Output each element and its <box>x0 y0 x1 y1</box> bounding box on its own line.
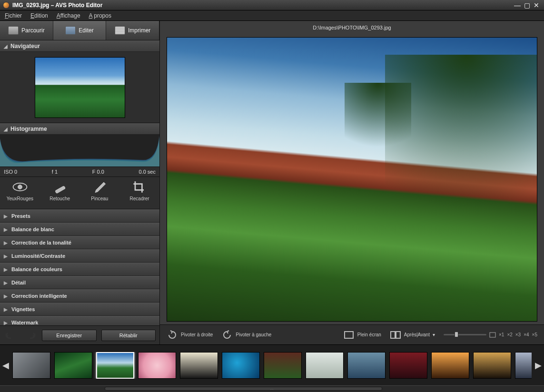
redo-icon <box>24 332 36 339</box>
histo-iso: ISO 0 <box>4 169 17 175</box>
filmstrip-prev[interactable]: ◀ <box>2 351 10 380</box>
histo-f: f 1 <box>52 169 58 175</box>
section-navigator-header[interactable]: ◢ Navigateur <box>0 40 159 52</box>
filmstrip-thumb[interactable] <box>473 352 511 379</box>
zoom-x1[interactable]: ×1 <box>499 332 504 337</box>
filmstrip-thumb[interactable] <box>54 352 92 379</box>
panel-d-tail[interactable]: ▶Détail <box>0 276 159 289</box>
tool-brush[interactable]: Pinceau <box>83 180 116 209</box>
zoom-controls: ×1 ×2 ×3 ×4 ×5 <box>444 332 537 338</box>
zoom-slider[interactable] <box>444 334 486 335</box>
panel-presets[interactable]: ▶Presets <box>0 209 159 223</box>
panel-balance-de-blanc[interactable]: ▶Balance de blanc <box>0 223 159 236</box>
crop-icon <box>131 180 148 194</box>
menu-affichage[interactable]: Affichage <box>55 11 82 20</box>
tool-redeye-label: YeuxRouges <box>7 196 33 201</box>
menu-a-propos[interactable]: A propos <box>87 11 113 20</box>
filmstrip-thumb[interactable] <box>389 352 427 379</box>
filmstrip-thumb[interactable] <box>180 352 218 379</box>
filmstrip: ◀ ▶ <box>0 344 544 385</box>
filmstrip-thumb[interactable] <box>431 352 469 379</box>
panel-balance-de-couleurs[interactable]: ▶Balance de couleurs <box>0 263 159 276</box>
filmstrip-thumb[interactable] <box>96 352 134 379</box>
collapse-icon: ◢ <box>4 44 8 49</box>
tool-retouch[interactable]: Retouche <box>43 180 77 209</box>
panel-correction-intelligente[interactable]: ▶Correction intelligente <box>0 289 159 303</box>
edit-icon <box>65 26 76 35</box>
zoom-x3[interactable]: ×3 <box>515 332 521 337</box>
close-button[interactable]: ✕ <box>532 1 541 9</box>
tool-redeye[interactable]: YeuxRouges <box>3 180 37 209</box>
undo-button[interactable] <box>4 330 18 341</box>
rotate-right-label: Pivoter à droite <box>181 332 213 337</box>
retouch-icon <box>51 180 69 194</box>
redo-button[interactable] <box>23 330 37 341</box>
filmstrip-thumb[interactable] <box>222 352 260 379</box>
menubar: Fichier Edition Affichage A propos <box>0 10 544 21</box>
svg-rect-6 <box>490 333 495 337</box>
tool-retouch-label: Retouche <box>49 196 70 201</box>
tab-edit[interactable]: Editer <box>53 21 107 40</box>
minimize-button[interactable]: — <box>513 1 522 9</box>
save-button[interactable]: Enregistrer <box>42 330 97 341</box>
histogram-info: ISO 0 f 1 F 0.0 0.0 sec <box>0 167 159 177</box>
filmstrip-thumb[interactable] <box>264 352 302 379</box>
zoom-x2[interactable]: ×2 <box>507 332 512 337</box>
svg-rect-4 <box>391 332 395 338</box>
expand-icon: ▶ <box>4 320 8 325</box>
panel-vignettes[interactable]: ▶Vignettes <box>0 303 159 316</box>
compare-icon <box>390 330 401 340</box>
rotate-right-button[interactable]: Pivoter à droite <box>167 330 213 340</box>
tool-brush-label: Pinceau <box>91 196 108 201</box>
rotate-left-button[interactable]: Pivoter à gauche <box>221 330 271 340</box>
panel-label: Vignettes <box>11 306 35 312</box>
image-content <box>345 83 411 168</box>
app-icon <box>3 2 10 9</box>
statusbar: ⋯ <box>0 385 544 392</box>
zoom-x4[interactable]: ×4 <box>524 332 529 337</box>
panel-watermark[interactable]: ▶Watermark <box>0 316 159 325</box>
dropdown-icon: ▾ <box>433 332 435 337</box>
sidebar-footer: Enregistrer Rétablir <box>0 325 159 344</box>
filmstrip-thumb[interactable] <box>515 352 532 379</box>
titlebar: IMG_0293.jpg – AVS Photo Editor — ▢ ✕ <box>0 0 544 10</box>
section-histogram-header[interactable]: ◢ Histogramme <box>0 123 159 135</box>
expand-icon: ▶ <box>4 227 8 232</box>
fit-icon[interactable] <box>489 332 496 338</box>
compare-button[interactable]: Après|Avant ▾ <box>390 330 435 340</box>
panel-correction-de-la-tonalit-[interactable]: ▶Correction de la tonalité <box>0 236 159 249</box>
statusbar-scrollbar[interactable] <box>105 387 382 391</box>
tab-print[interactable]: Imprimer <box>106 21 159 40</box>
fullscreen-button[interactable]: Plein écran <box>343 330 381 340</box>
svg-rect-2 <box>55 186 65 194</box>
tab-browse-label: Parcourir <box>21 27 45 34</box>
filmstrip-thumb[interactable] <box>12 352 50 379</box>
panel-list: ▶Presets▶Balance de blanc▶Correction de … <box>0 209 159 325</box>
panel-luminosit-contraste[interactable]: ▶Luminosité/Contraste <box>0 249 159 263</box>
tab-print-label: Imprimer <box>128 27 150 34</box>
zoom-x5[interactable]: ×5 <box>532 332 537 337</box>
svg-point-1 <box>18 185 22 189</box>
menu-fichier[interactable]: Fichier <box>3 11 24 20</box>
tab-browse[interactable]: Parcourir <box>0 21 53 40</box>
brush-icon <box>91 180 108 194</box>
maximize-button[interactable]: ▢ <box>522 1 532 9</box>
histo-speed: 0.0 sec <box>139 169 156 175</box>
filmstrip-thumb[interactable] <box>347 352 386 379</box>
filmstrip-items <box>12 352 532 379</box>
zoom-knob[interactable] <box>455 332 458 337</box>
menu-edition[interactable]: Edition <box>29 11 50 20</box>
filmstrip-next[interactable]: ▶ <box>534 351 542 380</box>
rotate-left-icon <box>221 330 233 340</box>
histogram <box>0 135 159 167</box>
filmstrip-thumb[interactable] <box>138 352 176 379</box>
navigator-thumbnail[interactable] <box>35 57 125 118</box>
tool-crop[interactable]: Recadrer <box>123 180 156 209</box>
panel-label: Balance de couleurs <box>11 266 62 272</box>
filmstrip-thumb[interactable] <box>306 352 344 379</box>
reset-button-label: Rétablir <box>119 333 138 338</box>
sidebar-tabs: Parcourir Editer Imprimer <box>0 21 159 40</box>
reset-button[interactable]: Rétablir <box>101 330 156 341</box>
section-navigator-title: Navigateur <box>10 43 40 49</box>
main-image[interactable] <box>167 37 537 322</box>
